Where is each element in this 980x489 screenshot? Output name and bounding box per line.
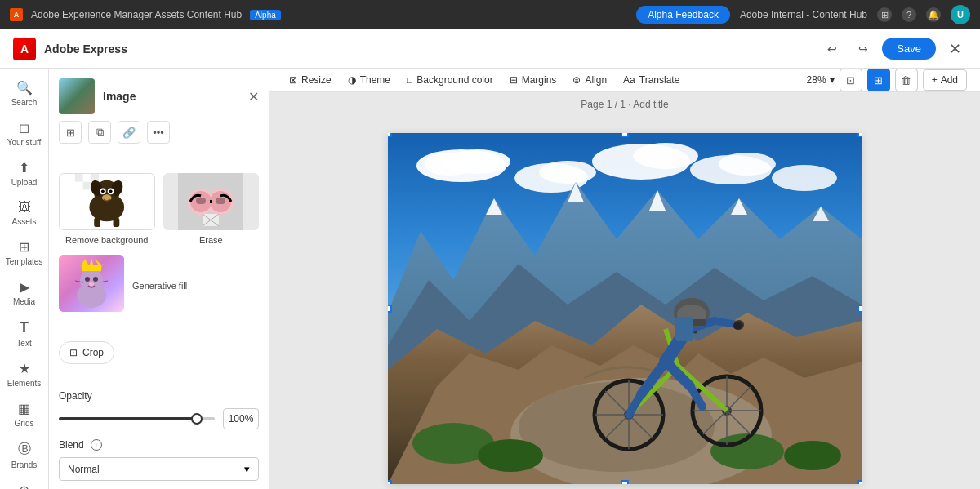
margins-label: Margins <box>522 74 557 86</box>
svg-point-50 <box>719 153 776 176</box>
theme-icon: ◑ <box>348 74 356 86</box>
brands-icon: Ⓑ <box>18 441 31 458</box>
blend-select[interactable]: Normal ▾ <box>59 457 259 481</box>
remove-bg-option[interactable]: Remove background <box>59 173 155 245</box>
gen-fill-section: Generative fill <box>49 251 269 322</box>
your-stuff-icon: ◻ <box>19 120 29 136</box>
nav-item-brands[interactable]: Ⓑ Brands <box>3 436 46 474</box>
nav-item-assets[interactable]: 🖼 Assets <box>3 195 46 231</box>
nav-label-text: Text <box>16 339 31 348</box>
gen-fill-thumb <box>59 255 124 312</box>
opacity-slider[interactable] <box>59 417 215 420</box>
svg-point-64 <box>478 439 543 472</box>
user-avatar[interactable]: U <box>951 5 970 24</box>
templates-icon: ⊞ <box>19 239 29 255</box>
svg-point-38 <box>89 282 94 286</box>
align-icon: ⊜ <box>572 74 581 86</box>
help-icon[interactable]: ? <box>902 7 916 22</box>
nav-item-media[interactable]: ▶ Media <box>3 274 46 311</box>
blend-info-icon[interactable]: i <box>91 439 102 451</box>
zoom-value: 28% <box>807 74 826 86</box>
opacity-label: Opacity <box>49 384 269 405</box>
add-icon: + <box>932 74 938 86</box>
crop-button[interactable]: ⊡ Crop <box>59 341 114 364</box>
align-label: Align <box>585 74 607 86</box>
bg-options-row: ⊡ ≡ ⊘ Set as page background <box>49 484 269 489</box>
text-icon: T <box>20 319 29 336</box>
bg-color-toolbar-item[interactable]: □ Background color <box>400 70 500 90</box>
notifications-icon[interactable]: 🔔 <box>926 7 941 22</box>
duplicate-icon-button[interactable]: ⧉ <box>88 121 111 144</box>
crop-icon: ⊡ <box>69 347 78 358</box>
grid-view-button[interactable]: ⊞ <box>867 69 890 91</box>
nav-label-brands: Brands <box>11 460 38 469</box>
panel-close-button[interactable]: ✕ <box>248 89 259 104</box>
dog-illustration <box>60 174 154 229</box>
alpha-feedback-button[interactable]: Alpha Feedback <box>636 6 730 24</box>
svg-point-66 <box>784 441 841 470</box>
crop-label: Crop <box>82 347 104 358</box>
svg-rect-16 <box>114 217 120 227</box>
theme-label: Theme <box>360 74 390 86</box>
translate-toolbar-item[interactable]: Aa Translate <box>617 70 686 90</box>
zoom-chevron-icon: ▾ <box>830 74 835 86</box>
more-options-button[interactable]: ••• <box>147 121 170 144</box>
canvas-page[interactable]: ↻ <box>388 133 862 484</box>
save-button[interactable]: Save <box>882 38 936 60</box>
adobe-logo: A <box>13 38 36 60</box>
nav-label-search: Search <box>11 98 38 107</box>
nav-item-search[interactable]: 🔍 Search <box>3 75 46 112</box>
undo-button[interactable]: ↩ <box>820 37 844 61</box>
add-button[interactable]: + Add <box>923 69 967 91</box>
nav-label-media: Media <box>13 297 35 306</box>
nav-item-elements[interactable]: ★ Elements <box>3 356 46 393</box>
align-toolbar-item[interactable]: ⊜ Align <box>566 70 613 90</box>
svg-rect-95 <box>675 317 693 341</box>
theme-toolbar-item[interactable]: ◑ Theme <box>341 70 397 90</box>
pack-ground-detection: pack ground <box>286 475 331 484</box>
svg-point-37 <box>93 277 98 282</box>
image-options: Remove background <box>49 167 269 251</box>
panel-sidebar: Image ✕ ⊞ ⧉ 🔗 ••• <box>49 69 270 489</box>
grids-icon: ▦ <box>18 401 30 416</box>
canvas-toolbar: ⊠ Resize ◑ Theme □ Background color ⊟ Ma… <box>270 69 980 92</box>
margins-toolbar-item[interactable]: ⊟ Margins <box>503 70 564 90</box>
fit-page-button[interactable]: ⊡ <box>840 69 862 91</box>
nav-item-grids[interactable]: ▦ Grids <box>3 396 46 433</box>
zoom-control[interactable]: 28% ▾ <box>807 74 835 86</box>
app-title: Adobe Express <box>44 42 127 56</box>
nav-item-templates[interactable]: ⊞ Templates <box>3 234 46 271</box>
panel-title: Image <box>103 90 240 103</box>
panel-thumbnail <box>59 78 95 114</box>
erase-option[interactable]: Erase <box>163 173 260 245</box>
nav-item-text[interactable]: T Text <box>3 314 46 353</box>
bg-color-icon: □ <box>407 74 412 86</box>
svg-rect-2 <box>83 174 91 182</box>
canvas-image[interactable]: ↻ <box>388 133 862 484</box>
nav-item-upload[interactable]: ⬆ Upload <box>3 155 46 192</box>
svg-point-44 <box>425 153 474 176</box>
erase-thumb <box>163 173 260 230</box>
gen-fill-illustration <box>59 255 124 312</box>
delete-button[interactable]: 🗑 <box>895 69 918 91</box>
svg-rect-15 <box>94 217 100 227</box>
redo-button[interactable]: ↪ <box>851 37 875 61</box>
nav-label-your-stuff: Your stuff <box>7 138 42 147</box>
browser-bar: A Adobe Experience Manager Assets Conten… <box>0 0 980 29</box>
svg-rect-4 <box>75 182 83 190</box>
copy-icon-button[interactable]: ⊞ <box>59 121 82 144</box>
browser-app-name: Adobe Experience Manager Assets Content … <box>31 9 242 20</box>
close-button[interactable]: ✕ <box>942 37 967 61</box>
elements-icon: ★ <box>19 361 30 376</box>
apps-icon[interactable]: ⊞ <box>877 7 892 22</box>
nav-item-your-stuff[interactable]: ◻ Your stuff <box>3 115 46 152</box>
add-label: Add <box>941 74 958 86</box>
canvas-content: Page 1 / 1 · Add title <box>270 92 980 489</box>
nav-item-addons[interactable]: ⊕ Add-ons <box>3 478 46 489</box>
remove-bg-thumb <box>59 173 155 230</box>
opacity-value[interactable]: 100% <box>223 408 259 429</box>
bg-color-label: Background color <box>416 74 492 86</box>
resize-toolbar-item[interactable]: ⊠ Resize <box>283 70 338 90</box>
gen-fill-option[interactable]: Generative fill <box>59 255 187 312</box>
link-icon-button[interactable]: 🔗 <box>118 121 140 144</box>
